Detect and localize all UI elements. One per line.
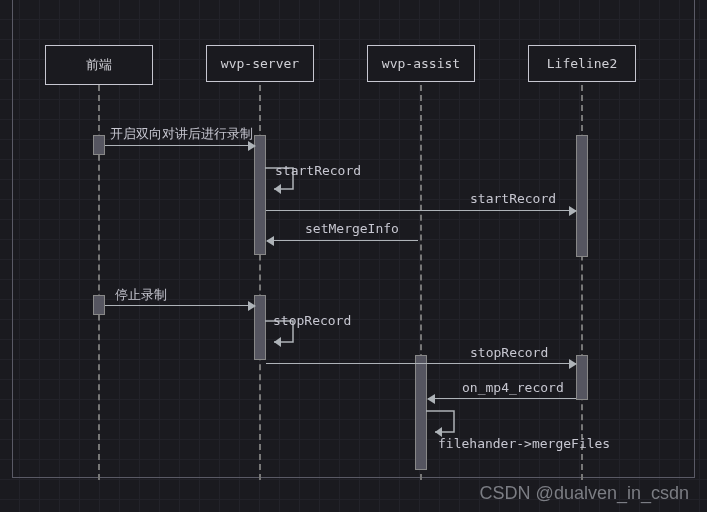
- label-open-record: 开启双向对讲后进行录制: [110, 125, 253, 143]
- participant-label: Lifeline2: [547, 56, 617, 71]
- activation-lifeline2-1: [576, 135, 588, 257]
- label-on-mp4-record: on_mp4_record: [462, 380, 564, 395]
- watermark: CSDN @dualven_in_csdn: [480, 483, 689, 504]
- label-stoprecord-self: stopRecord: [273, 313, 351, 328]
- activation-frontend-1: [93, 135, 105, 155]
- arrow-startrecord: [266, 210, 576, 211]
- arrow-setmergeinfo: [267, 240, 418, 241]
- participant-label: wvp-assist: [382, 56, 460, 71]
- arrow-stop-record: [105, 305, 255, 306]
- label-stoprecord: stopRecord: [470, 345, 548, 360]
- label-startrecord-self: startRecord: [275, 163, 361, 178]
- participant-wvp-assist: wvp-assist: [367, 45, 475, 82]
- label-stop-record: 停止录制: [115, 286, 167, 304]
- activation-frontend-2: [93, 295, 105, 315]
- arrow-on-mp4-record: [428, 398, 576, 399]
- participant-label: 前端: [86, 57, 112, 72]
- label-mergefiles: filehander->mergeFiles: [438, 436, 610, 451]
- participant-label: wvp-server: [221, 56, 299, 71]
- label-setmergeinfo: setMergeInfo: [305, 221, 399, 236]
- participant-wvp-server: wvp-server: [206, 45, 314, 82]
- participant-lifeline2: Lifeline2: [528, 45, 636, 82]
- arrow-stoprecord: [266, 363, 576, 364]
- activation-lifeline2-2: [576, 355, 588, 400]
- label-startrecord: startRecord: [470, 191, 556, 206]
- arrow-open-record: [105, 145, 255, 146]
- participant-frontend: 前端: [45, 45, 153, 85]
